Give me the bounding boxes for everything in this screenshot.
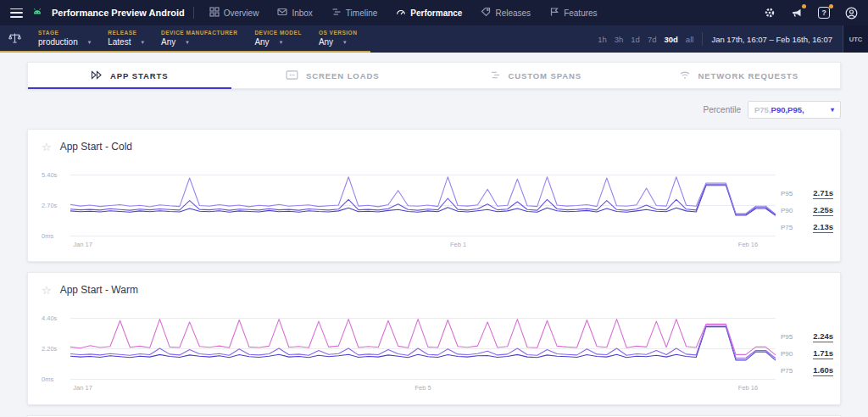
tab-network-requests[interactable]: NETWORK REQUESTS — [637, 63, 841, 88]
legend-name: P95 — [781, 190, 793, 197]
nav-item-performance[interactable]: Performance — [396, 7, 462, 19]
chart-legend: P952.24sP901.71sP751.60s — [781, 331, 833, 382]
app-title: Performance Preview Android — [52, 8, 185, 18]
app-starts-icon — [91, 70, 103, 81]
chart-title: App Start - Warm — [60, 284, 138, 296]
filter-value: Any — [254, 37, 269, 47]
divider — [702, 32, 703, 46]
main-nav: Overview Inbox Timeline Performance Rele… — [209, 7, 598, 19]
nav-item-overview[interactable]: Overview — [209, 7, 259, 19]
filter-stage[interactable]: STAGE production▾ — [38, 30, 91, 47]
filter-release[interactable]: RELEASE Latest▾ — [108, 30, 144, 47]
divider — [193, 7, 194, 19]
nav-label: Features — [564, 8, 597, 18]
legend-value: 1.60s — [813, 365, 833, 376]
screen-loads-icon — [286, 70, 298, 81]
legend-row-p75[interactable]: P751.60s — [781, 365, 833, 376]
legend-name: P90 — [781, 350, 793, 358]
nav-item-inbox[interactable]: Inbox — [277, 7, 312, 19]
y-axis-labels: 4.40s2.20s0ms — [42, 318, 69, 379]
percentile-row: Percentile P75 P90 P95 ▾ — [27, 101, 841, 119]
legend-row-p90[interactable]: P902.25s — [781, 205, 833, 216]
x-tick-label: Feb 16 — [738, 384, 758, 392]
x-axis-labels: Jan 17Feb 5Feb 16 — [70, 384, 776, 394]
legend-name: P95 — [781, 333, 793, 341]
chevron-down-icon: ▾ — [831, 106, 834, 114]
tab-custom-spans[interactable]: CUSTOM SPANS — [434, 63, 637, 88]
filter-os-version[interactable]: OS VERSION Any▾ — [319, 30, 357, 47]
filter-label: DEVICE MANUFACTURER — [161, 30, 237, 36]
filter-label: OS VERSION — [319, 30, 357, 36]
favorite-star-icon[interactable]: ☆ — [42, 142, 52, 153]
features-flag-icon — [549, 7, 559, 19]
y-axis-labels: 5.40s2.70s0ms — [42, 175, 69, 236]
user-avatar-icon[interactable] — [844, 6, 858, 19]
legend-value: 2.25s — [813, 205, 833, 216]
custom-spans-icon — [490, 70, 501, 81]
range-all[interactable]: all — [686, 35, 694, 44]
help-icon[interactable]: ? — [817, 6, 831, 19]
filter-device-manufacturer[interactable]: DEVICE MANUFACTURER Any▾ — [161, 30, 237, 47]
range-7d[interactable]: 7d — [648, 35, 657, 44]
legend-name: P90 — [781, 207, 793, 214]
chart-area: 4.40s2.20s0ms Jan 17Feb 5Feb 16 P952.24s… — [33, 314, 835, 396]
legend-value: 2.71s — [813, 188, 833, 199]
hamburger-menu-icon[interactable] — [10, 8, 23, 18]
performance-tabs: APP STARTS SCREEN LOADS CUSTOM SPANS NET… — [27, 62, 841, 89]
legend-value: 2.13s — [813, 222, 833, 233]
favorite-star-icon[interactable]: ☆ — [42, 285, 52, 296]
range-3h[interactable]: 3h — [615, 35, 624, 44]
date-range-picker[interactable]: Jan 17th, 16:07 – Feb 16th, 16:07 — [711, 35, 832, 44]
nav-item-features[interactable]: Features — [549, 7, 597, 19]
filter-device-model[interactable]: DEVICE MODEL Any▾ — [254, 30, 301, 47]
chevron-down-icon: ▾ — [88, 39, 92, 46]
settings-gear-icon[interactable] — [763, 6, 776, 19]
timezone-toggle[interactable]: UTC — [843, 25, 868, 53]
nav-label: Timeline — [346, 8, 377, 18]
filter-value: Any — [161, 37, 175, 47]
legend-row-p75[interactable]: P752.13s — [781, 222, 833, 233]
filter-label: RELEASE — [108, 30, 144, 36]
announcements-megaphone-icon[interactable] — [790, 6, 804, 19]
android-logo-icon — [31, 5, 43, 20]
y-tick-label: 4.40s — [42, 314, 57, 322]
tab-label: NETWORK REQUESTS — [698, 71, 798, 81]
range-30d[interactable]: 30d — [664, 35, 677, 44]
percentile-select[interactable]: P75 P90 P95 ▾ — [748, 101, 841, 119]
tab-label: APP STARTS — [110, 71, 168, 81]
tab-app-starts[interactable]: APP STARTS — [28, 63, 231, 88]
filter-label: STAGE — [38, 30, 91, 36]
filter-label: DEVICE MODEL — [254, 30, 301, 36]
top-bar: Performance Preview Android Overview Inb… — [0, 0, 868, 25]
legend-name: P75 — [781, 224, 793, 231]
chevron-down-icon: ▾ — [141, 39, 144, 46]
legend-value: 1.71s — [813, 348, 833, 359]
filter-value: Latest — [108, 37, 131, 47]
nav-label: Overview — [224, 8, 259, 18]
percentile-option-p90: P90 — [771, 105, 788, 114]
nav-item-releases[interactable]: Releases — [481, 7, 531, 19]
chart-area: 5.40s2.70s0ms Jan 17Feb 1Feb 16 P952.71s… — [33, 171, 835, 253]
legend-row-p95[interactable]: P952.71s — [781, 188, 833, 199]
notification-badge — [829, 4, 833, 8]
line-chart-cold[interactable] — [70, 175, 776, 236]
chart-card-app-start-warm: ☆ App Start - Warm 4.40s2.20s0ms Jan 17F… — [27, 272, 841, 405]
notification-badge — [802, 4, 806, 8]
time-controls: 1h 3h 1d 7d 30d all Jan 17th, 16:07 – Fe… — [598, 25, 868, 53]
range-1d[interactable]: 1d — [631, 35, 640, 44]
tab-screen-loads[interactable]: SCREEN LOADS — [231, 63, 435, 88]
range-1h[interactable]: 1h — [598, 35, 607, 44]
chart-legend: P952.71sP902.25sP752.13s — [781, 188, 833, 239]
legend-row-p90[interactable]: P901.71s — [781, 348, 833, 359]
x-tick-label: Feb 5 — [415, 384, 431, 392]
nav-item-timeline[interactable]: Timeline — [331, 7, 377, 19]
help-glyph: ? — [818, 7, 830, 19]
timeline-icon — [331, 7, 342, 19]
compare-scales-icon[interactable] — [8, 32, 21, 44]
line-chart-warm[interactable] — [70, 318, 776, 379]
chevron-down-icon: ▾ — [280, 39, 283, 46]
chevron-down-icon: ▾ — [343, 39, 347, 46]
y-tick-label: 0ms — [42, 232, 53, 240]
time-range-options: 1h 3h 1d 7d 30d all — [598, 35, 693, 44]
legend-row-p95[interactable]: P952.24s — [781, 331, 833, 342]
